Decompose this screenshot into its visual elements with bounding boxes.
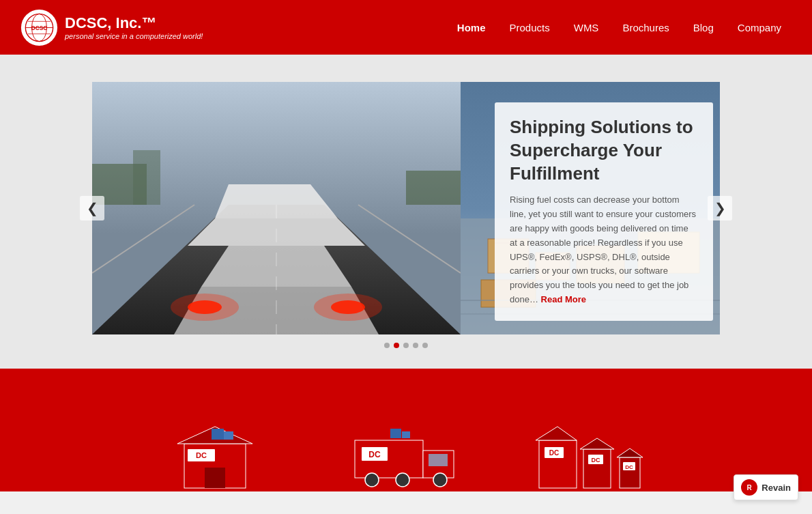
svg-text:DC: DC bbox=[625, 464, 633, 470]
svg-point-19 bbox=[314, 294, 382, 321]
slide-image-right: Shipping Solutions to Supercharge Your F… bbox=[461, 82, 720, 334]
logo-name: DCSC, Inc.™ bbox=[65, 14, 156, 31]
revain-icon: R bbox=[741, 479, 757, 491]
revain-badge: R Revain bbox=[734, 474, 798, 491]
svg-text:R: R bbox=[747, 484, 753, 491]
svg-rect-49 bbox=[402, 431, 410, 438]
svg-point-46 bbox=[396, 473, 409, 487]
slider-next-button[interactable]: ❯ bbox=[708, 196, 732, 220]
slide-dot-2[interactable] bbox=[394, 343, 399, 348]
svg-text:DC: DC bbox=[196, 451, 207, 459]
nav-wms[interactable]: WMS bbox=[564, 16, 609, 39]
svg-text:DC: DC bbox=[592, 457, 600, 463]
dc-truck-icon: DC bbox=[348, 423, 464, 491]
nav-blog[interactable]: Blog bbox=[683, 16, 724, 39]
logo-area: DCSC DCSC, Inc.™ personal service in a c… bbox=[20, 9, 203, 46]
nav-products[interactable]: Products bbox=[499, 16, 560, 39]
svg-rect-58 bbox=[620, 457, 640, 488]
highway-svg bbox=[92, 82, 461, 334]
slide-body-text: Rising fuel costs can decrease your bott… bbox=[510, 195, 696, 304]
svg-marker-55 bbox=[580, 438, 614, 449]
logo-icon: DCSC bbox=[20, 9, 58, 46]
revain-logo-icon: R bbox=[743, 481, 755, 491]
slider-container: Shipping Solutions to Supercharge Your F… bbox=[92, 82, 720, 334]
slide-dot-4[interactable] bbox=[413, 343, 418, 348]
svg-text:DC: DC bbox=[549, 449, 559, 457]
revain-label: Revain bbox=[762, 483, 791, 492]
svg-text:DC: DC bbox=[368, 450, 381, 459]
slider-wrapper: ❮ bbox=[92, 82, 720, 334]
icon-block-1: DC bbox=[147, 423, 283, 491]
svg-marker-59 bbox=[617, 448, 643, 457]
svg-rect-44 bbox=[429, 454, 448, 466]
svg-point-47 bbox=[433, 473, 447, 487]
slide-body: Rising fuel costs can decrease your bott… bbox=[510, 193, 698, 306]
svg-rect-35 bbox=[205, 468, 225, 488]
slide-image-left bbox=[92, 82, 461, 334]
svg-rect-39 bbox=[224, 431, 233, 440]
nav-brochures[interactable]: Brochures bbox=[612, 16, 679, 39]
svg-point-18 bbox=[171, 294, 239, 321]
highway-background bbox=[92, 82, 461, 334]
main-nav: Home Products WMS Brochures Blog Company bbox=[447, 16, 792, 39]
dc-warehouse-icon: DC bbox=[171, 423, 259, 491]
svg-rect-38 bbox=[212, 429, 224, 440]
svg-rect-22 bbox=[133, 150, 160, 205]
slide-text-overlay: Shipping Solutions to Supercharge Your F… bbox=[495, 102, 713, 321]
svg-text:DCSC: DCSC bbox=[31, 25, 47, 31]
slider-dots bbox=[384, 343, 428, 348]
svg-rect-48 bbox=[390, 429, 401, 438]
svg-point-45 bbox=[365, 473, 379, 487]
icon-block-3: DC DC DC bbox=[529, 423, 665, 491]
slider-section: ❮ bbox=[0, 55, 812, 369]
header: DCSC DCSC, Inc.™ personal service in a c… bbox=[0, 0, 812, 55]
svg-marker-12 bbox=[188, 218, 365, 246]
slide-dot-5[interactable] bbox=[422, 343, 428, 348]
svg-marker-51 bbox=[536, 427, 577, 440]
read-more-link[interactable]: Read More bbox=[541, 294, 586, 304]
logo-text-area: DCSC, Inc.™ personal service in a comput… bbox=[65, 14, 203, 40]
nav-company[interactable]: Company bbox=[727, 16, 792, 39]
slide-dot-3[interactable] bbox=[403, 343, 409, 348]
svg-rect-21 bbox=[406, 171, 461, 205]
slide-dot-1[interactable] bbox=[384, 343, 390, 348]
slider-prev-button[interactable]: ❮ bbox=[80, 196, 104, 220]
logo-tagline: personal service in a computerized world… bbox=[65, 32, 203, 40]
slide-title: Shipping Solutions to Supercharge Your F… bbox=[510, 116, 698, 185]
red-section: DC DC bbox=[0, 369, 812, 491]
nav-home[interactable]: Home bbox=[447, 16, 496, 39]
dc-multi-icon: DC DC DC bbox=[532, 423, 662, 491]
icon-block-2: DC bbox=[338, 423, 474, 491]
